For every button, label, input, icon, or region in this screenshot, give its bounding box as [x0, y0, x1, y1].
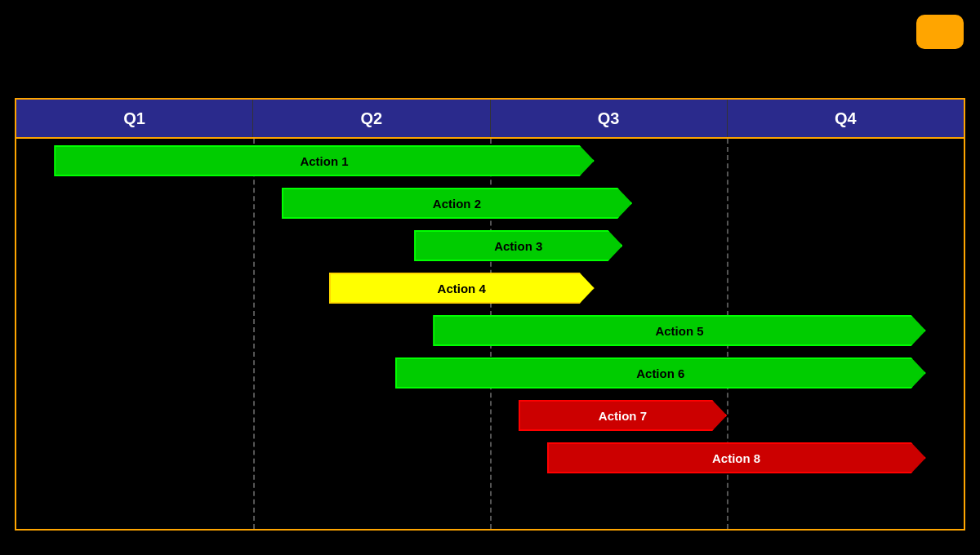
page-number-badge	[916, 15, 964, 49]
quarter-q4: Q4	[728, 100, 964, 137]
quarters-header: Q1 Q2 Q3 Q4	[16, 100, 964, 139]
action-bar-action4: Action 4	[329, 273, 595, 304]
action-bar-action2: Action 2	[282, 188, 632, 219]
quarter-q1: Q1	[16, 100, 253, 137]
action-bar-action8: Action 8	[547, 442, 926, 473]
timeline-area: Action 1Action 2Action 3Action 4Action 5…	[16, 139, 964, 529]
divider-q1q2	[253, 139, 255, 529]
quarter-q3: Q3	[491, 100, 728, 137]
action-bar-action5: Action 5	[433, 315, 925, 346]
action-bar-action3: Action 3	[414, 230, 622, 261]
action-bar-action7: Action 7	[519, 400, 727, 431]
quarter-q2: Q2	[253, 100, 490, 137]
action-bar-action1: Action 1	[54, 145, 594, 176]
action-bar-action6: Action 6	[395, 357, 926, 388]
gantt-chart: Q1 Q2 Q3 Q4 Action 1Action 2Action 3Acti…	[15, 98, 965, 531]
